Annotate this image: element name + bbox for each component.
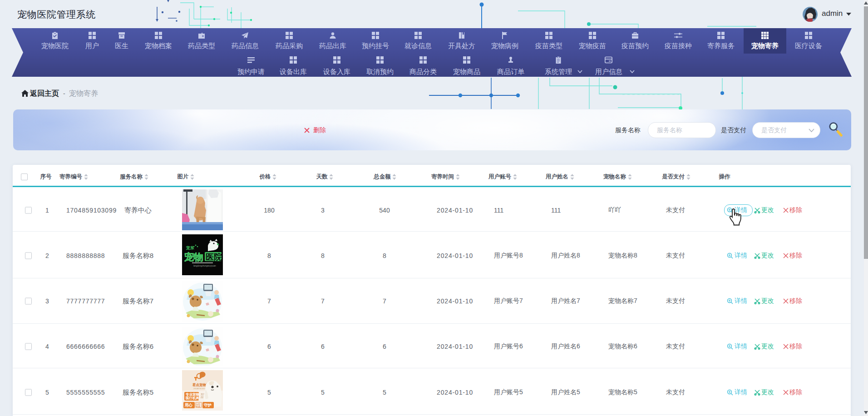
svg-text:经康: 经康 — [196, 405, 201, 408]
svg-text:医院: 医院 — [206, 253, 222, 262]
svg-text:守护: 守护 — [204, 403, 212, 407]
svg-text:医疗机构: 医疗机构 — [186, 396, 200, 400]
svg-text:宠东: 宠东 — [186, 246, 194, 250]
svg-text:langdongchongwuyiyuan: langdongchongwuyiyuan — [193, 265, 216, 267]
svg-text:用心: 用心 — [184, 403, 193, 407]
svg-text:宠物: 宠物 — [184, 252, 203, 262]
